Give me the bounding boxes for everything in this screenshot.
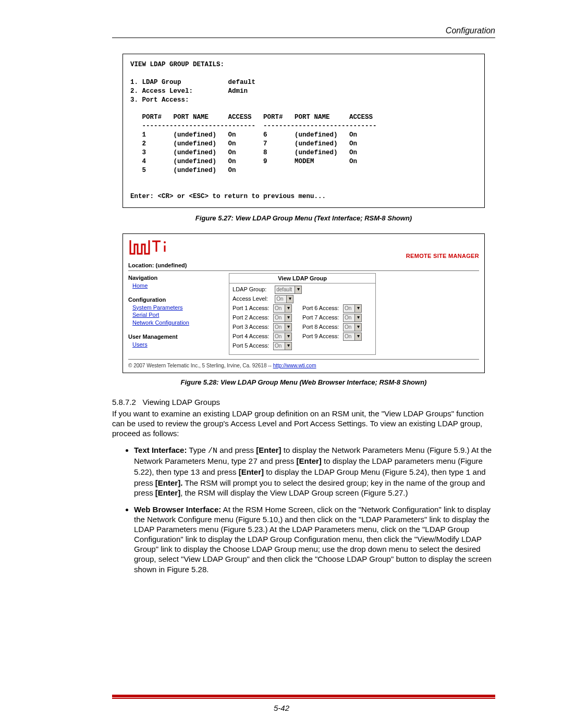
section-heading: 5.8.7.2 Viewing LDAP Groups [112, 398, 495, 406]
port-access-select[interactable]: On▾ [273, 332, 292, 341]
port-access-select[interactable]: On▾ [273, 323, 292, 331]
user-management-heading: User Management [128, 333, 212, 341]
chevron-down-icon: ▾ [295, 286, 301, 293]
nav-link-system-parameters[interactable]: System Parameters [132, 304, 212, 312]
svg-point-0 [164, 241, 166, 243]
chevron-down-icon: ▾ [285, 314, 291, 322]
header-rule [112, 38, 495, 38]
wti-link[interactable]: http://www.wti.com [273, 363, 316, 368]
text-interface-panel: VIEW LDAP GROUP DETAILS: 1. LDAP Group d… [123, 54, 485, 208]
divider [128, 270, 479, 271]
chevron-down-icon: ▾ [354, 324, 361, 331]
port-access-select[interactable]: On▾ [343, 332, 362, 341]
view-ldap-group-form: View LDAP Group LDAP Group: default▾ Acc… [229, 273, 376, 355]
port-access-label: Port 8 Access: [302, 324, 343, 330]
chevron-down-icon: ▾ [354, 305, 361, 312]
instruction-list: Text Interface: Type /N and press [Enter… [112, 445, 495, 574]
page-number: 5-42 [0, 704, 563, 712]
port-access-select[interactable]: On▾ [273, 314, 292, 322]
browser-footer: © 2007 Western Telematic Inc., 5 Sterlin… [128, 363, 479, 368]
port-access-label: Port 2 Access: [232, 314, 273, 320]
divider [128, 359, 479, 360]
port-access-select[interactable]: On▾ [343, 304, 362, 313]
access-level-label: Access Level: [232, 295, 273, 302]
chevron-down-icon: ▾ [354, 314, 361, 322]
nav-sidebar: Navigation Home Configuration System Par… [128, 272, 212, 349]
port-access-label: Port 3 Access: [232, 324, 273, 330]
chevron-down-icon: ▾ [285, 333, 291, 340]
list-item-web-browser: Web Browser Interface: At the RSM Home S… [134, 504, 495, 574]
form-title: View LDAP Group [229, 274, 375, 283]
figure-caption-5-27: Figure 5.27: View LDAP Group Menu (Text … [112, 214, 495, 222]
text-interface-content: VIEW LDAP GROUP DETAILS: 1. LDAP Group d… [130, 60, 477, 201]
port-access-label: Port 1 Access: [232, 305, 273, 311]
nav-link-users[interactable]: Users [132, 341, 212, 349]
nav-link-home[interactable]: Home [132, 282, 212, 290]
port-access-label: Port 4 Access: [232, 333, 273, 339]
nav-link-network-configuration[interactable]: Network Configuration [132, 319, 212, 327]
port-access-label: Port 9 Access: [302, 333, 343, 339]
chevron-down-icon: ▾ [285, 305, 291, 312]
chevron-down-icon: ▾ [285, 324, 291, 331]
list-item-text-interface: Text Interface: Type /N and press [Enter… [134, 445, 495, 498]
location-label: Location: (undefined) [128, 262, 479, 268]
nav-link-serial-port[interactable]: Serial Port [132, 311, 212, 319]
port-access-select[interactable]: On▾ [273, 342, 292, 350]
wti-logo-icon [128, 238, 170, 258]
access-level-select[interactable]: On▾ [275, 295, 293, 303]
chevron-down-icon: ▾ [286, 295, 293, 303]
ldap-group-label: LDAP Group: [232, 286, 273, 292]
config-heading: Configuration [128, 296, 212, 304]
ldap-group-select[interactable]: default▾ [275, 286, 302, 294]
chevron-down-icon: ▾ [354, 333, 361, 340]
port-access-label: Port 6 Access: [302, 305, 343, 311]
port-access-select[interactable]: On▾ [343, 323, 362, 331]
page-header-section: Configuration [112, 26, 495, 35]
port-access-label: Port 7 Access: [302, 314, 343, 320]
browser-interface-panel: REMOTE SITE MANAGER Location: (undefined… [123, 233, 485, 373]
figure-caption-5-28: Figure 5.28: View LDAP Group Menu (Web B… [112, 378, 495, 386]
footer-rule [112, 695, 495, 699]
remote-site-manager-label: REMOTE SITE MANAGER [406, 253, 479, 259]
section-intro: If you want to examine an existing LDAP … [112, 409, 495, 439]
nav-heading: Navigation [128, 274, 212, 282]
chevron-down-icon: ▾ [285, 342, 291, 350]
port-access-select[interactable]: On▾ [343, 314, 362, 322]
port-access-select[interactable]: On▾ [273, 304, 292, 313]
port-access-label: Port 5 Access: [232, 342, 273, 349]
